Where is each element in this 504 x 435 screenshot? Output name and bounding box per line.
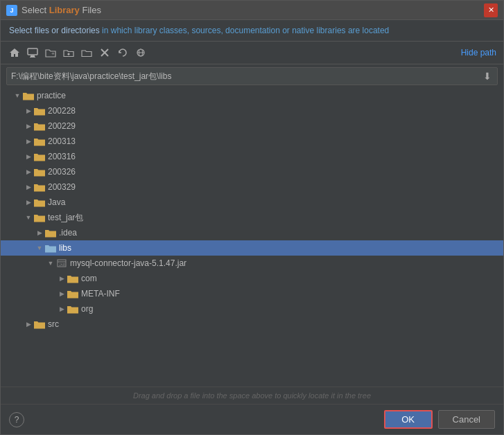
folder-up-button[interactable] bbox=[60, 44, 77, 61]
select-library-dialog: J Select Library Files ✕ Select files or… bbox=[0, 0, 504, 435]
close-button[interactable]: ✕ bbox=[484, 3, 498, 17]
label-java: Java bbox=[48, 197, 503, 207]
arrow-org bbox=[56, 303, 67, 314]
svg-rect-0 bbox=[28, 48, 37, 55]
tree-item-test-jar[interactable]: test_jar包 bbox=[1, 210, 503, 225]
refresh-button[interactable] bbox=[114, 44, 131, 61]
path-text: F:\编程\bite资料\java\practice\test_jar包\lib… bbox=[11, 71, 482, 82]
arrow-200316 bbox=[23, 151, 34, 162]
label-mysql-connector: mysql-connector-java-5.1.47.jar bbox=[70, 258, 503, 268]
arrow-libs bbox=[34, 242, 45, 254]
svg-rect-2 bbox=[30, 57, 35, 57]
tree-item-practice[interactable]: practice bbox=[1, 88, 503, 103]
svg-text:JAR: JAR bbox=[59, 263, 66, 267]
folder-icon-200229 bbox=[34, 121, 45, 132]
arrow-mysql bbox=[45, 258, 56, 269]
label-200329: 200329 bbox=[48, 182, 503, 192]
hide-path-button[interactable]: Hide path bbox=[461, 48, 496, 57]
label-200326: 200326 bbox=[48, 167, 503, 177]
label-org: org bbox=[81, 304, 503, 314]
title-bar-left: J Select Library Files bbox=[6, 5, 101, 16]
arrow-200329 bbox=[23, 181, 34, 193]
subtitle-bar: Select files or directories in which lib… bbox=[1, 20, 503, 42]
bottom-bar: ? OK Cancel bbox=[1, 404, 503, 434]
subtitle-text: Select files or directories in which lib… bbox=[9, 26, 389, 35]
ok-button[interactable]: OK bbox=[384, 410, 433, 429]
label-libs: libs bbox=[59, 243, 503, 253]
tree-item-200229[interactable]: 200229 bbox=[1, 118, 503, 134]
help-button[interactable]: ? bbox=[9, 412, 24, 427]
folder-icon-200313 bbox=[34, 136, 45, 147]
label-200316: 200316 bbox=[48, 152, 503, 161]
tree-item-meta-inf[interactable]: META-INF bbox=[1, 286, 503, 301]
path-bar: F:\编程\bite资料\java\practice\test_jar包\lib… bbox=[6, 67, 498, 85]
drag-hint: Drag and drop a file into the space abov… bbox=[1, 387, 503, 404]
folder-icon-200326 bbox=[34, 166, 45, 177]
file-tree[interactable]: practice 200228 200229 200313 bbox=[1, 88, 503, 387]
app-icon: J bbox=[6, 5, 17, 16]
folder-icon-200316 bbox=[34, 151, 45, 162]
label-idea: .idea bbox=[59, 228, 503, 238]
dialog-buttons: OK Cancel bbox=[384, 410, 495, 429]
label-200228: 200228 bbox=[48, 106, 503, 116]
new-folder-button[interactable]: + bbox=[42, 44, 59, 61]
arrow-meta-inf bbox=[56, 288, 67, 299]
folder-icon-org bbox=[67, 303, 78, 314]
tree-item-200313[interactable]: 200313 bbox=[1, 134, 503, 149]
home-button[interactable] bbox=[6, 44, 23, 61]
tree-item-200329[interactable]: 200329 bbox=[1, 179, 503, 195]
tree-item-200316[interactable]: 200316 bbox=[1, 149, 503, 164]
folder-icon-200228 bbox=[34, 105, 45, 116]
folder-icon-test-jar bbox=[34, 212, 45, 223]
arrow-200313 bbox=[23, 136, 34, 147]
arrow-com bbox=[56, 273, 67, 284]
folder-icon-meta-inf bbox=[67, 288, 78, 299]
arrow-200228 bbox=[23, 105, 34, 116]
folder-icon-com bbox=[67, 273, 78, 284]
folder-icon-idea bbox=[45, 227, 56, 238]
cancel-button[interactable]: Cancel bbox=[438, 410, 495, 429]
label-200229: 200229 bbox=[48, 121, 503, 131]
folder-icon-200329 bbox=[34, 181, 45, 193]
network-button[interactable] bbox=[132, 44, 149, 61]
folder-icon-src bbox=[34, 319, 45, 330]
arrow-src bbox=[23, 319, 34, 330]
arrow-idea bbox=[34, 227, 45, 238]
arrow-java bbox=[23, 197, 34, 208]
folder-icon-libs bbox=[45, 242, 56, 254]
delete-button[interactable] bbox=[96, 44, 113, 61]
download-icon[interactable]: ⬇ bbox=[482, 69, 493, 83]
folder-icon-practice bbox=[23, 90, 34, 101]
label-200313: 200313 bbox=[48, 136, 503, 146]
folder-link-button[interactable] bbox=[78, 44, 95, 61]
tree-item-org[interactable]: org bbox=[1, 301, 503, 317]
tree-item-libs[interactable]: libs bbox=[1, 240, 503, 256]
tree-item-src[interactable]: src bbox=[1, 317, 503, 332]
arrow-practice bbox=[12, 90, 23, 101]
arrow-200229 bbox=[23, 121, 34, 132]
label-practice: practice bbox=[37, 91, 503, 100]
arrow-test-jar bbox=[23, 212, 34, 223]
svg-rect-1 bbox=[31, 55, 35, 57]
svg-text:+: + bbox=[51, 51, 55, 57]
tree-item-idea[interactable]: .idea bbox=[1, 225, 503, 240]
tree-item-java[interactable]: Java bbox=[1, 195, 503, 210]
label-src: src bbox=[48, 319, 503, 329]
tree-item-200326[interactable]: 200326 bbox=[1, 164, 503, 179]
arrow-200326 bbox=[23, 166, 34, 177]
computer-button[interactable] bbox=[24, 44, 41, 61]
label-meta-inf: META-INF bbox=[81, 289, 503, 299]
tree-item-com[interactable]: com bbox=[1, 271, 503, 286]
toolbar: + Hide path bbox=[1, 42, 503, 64]
label-test-jar: test_jar包 bbox=[48, 212, 503, 224]
dialog-title: Select Library Files bbox=[21, 5, 101, 15]
label-com: com bbox=[81, 274, 503, 283]
jar-icon-mysql: JAR bbox=[56, 258, 67, 269]
tree-item-200228[interactable]: 200228 bbox=[1, 103, 503, 118]
title-bar: J Select Library Files ✕ bbox=[1, 1, 503, 20]
tree-item-mysql-connector[interactable]: JAR mysql-connector-java-5.1.47.jar bbox=[1, 256, 503, 271]
folder-icon-java bbox=[34, 197, 45, 208]
